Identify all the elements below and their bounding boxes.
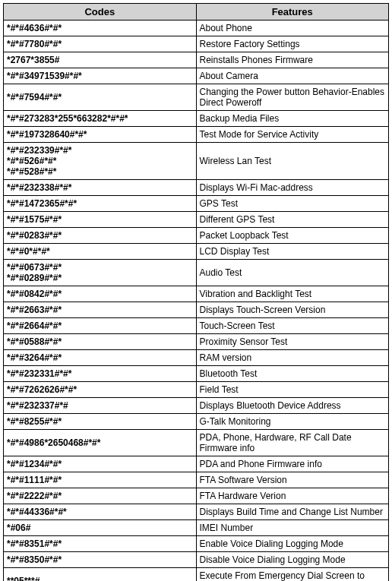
feature-cell: Backup Media Files <box>196 111 389 127</box>
code-cell: *#*#7262626#*#* <box>4 382 197 398</box>
table-row: *#*#4636#*#*About Phone <box>4 21 389 36</box>
code-cell: *#*#1472365#*#* <box>4 196 197 212</box>
code-cell: **05***# <box>4 568 197 582</box>
feature-cell: FTA Software Version <box>196 472 389 488</box>
code-cell: *#06# <box>4 520 197 536</box>
code-cell: *#*#1111#*#* <box>4 472 197 488</box>
table-row: *#*#0588#*#*Proximity Sensor Test <box>4 334 389 350</box>
feature-cell: Displays Touch-Screen Version <box>196 302 389 318</box>
header-row: Codes Features <box>4 4 389 21</box>
code-cell: *#*#8350#*#* <box>4 552 197 568</box>
feature-cell: Restore Factory Settings <box>196 36 389 52</box>
code-cell: *#*#4636#*#* <box>4 21 197 36</box>
code-cell: *#*#273283*255*663282*#*#* <box>4 111 197 127</box>
codes-table: Codes Features *#*#4636#*#*About Phone*#… <box>3 3 389 581</box>
table-row: *#*#3264#*#*RAM version <box>4 350 389 366</box>
feature-cell: Different GPS Test <box>196 212 389 228</box>
table-row: *#*#232339#*#**#*#526#*#**#*#528#*#*Wire… <box>4 143 389 180</box>
table-row: *#*#1111#*#*FTA Software Version <box>4 472 389 488</box>
code-cell: *#*#2222#*#* <box>4 488 197 504</box>
code-line: *#*#526#*#* <box>7 156 193 166</box>
feature-cell: PDA and Phone Firmware info <box>196 456 389 472</box>
table-row: *#*#2663#*#*Displays Touch-Screen Versio… <box>4 302 389 318</box>
table-row: *#*#0673#*#**#*#0289#*#*Audio Test <box>4 260 389 286</box>
table-row: *#*#1575#*#*Different GPS Test <box>4 212 389 228</box>
table-row: *#*#0*#*#*LCD Display Test <box>4 244 389 260</box>
feature-cell: Touch-Screen Test <box>196 318 389 334</box>
feature-cell: Test Mode for Service Activity <box>196 127 389 143</box>
table-row: **05***#Execute From Emergency Dial Scre… <box>4 568 389 582</box>
code-cell: *#*#197328640#*#* <box>4 127 197 143</box>
table-row: *#*#0283#*#*Packet Loopback Test <box>4 228 389 244</box>
code-cell: *#*#232331#*#* <box>4 366 197 382</box>
table-row: *#*#7262626#*#*Field Test <box>4 382 389 398</box>
table-row: *#*#8255#*#*G-Talk Monitoring <box>4 414 389 430</box>
code-cell: *#*#232337#*# <box>4 398 197 414</box>
feature-cell: LCD Display Test <box>196 244 389 260</box>
table-row: *#*#2222#*#*FTA Hardware Verion <box>4 488 389 504</box>
table-row: *#*#7780#*#*Restore Factory Settings <box>4 36 389 52</box>
code-cell: *#*#0283#*#* <box>4 228 197 244</box>
feature-cell: Field Test <box>196 382 389 398</box>
table-row: *#06#IMEI Number <box>4 520 389 536</box>
feature-cell: RAM version <box>196 350 389 366</box>
feature-cell: Displays Build Time and Change List Numb… <box>196 504 389 520</box>
table-row: *#*#232337#*#Displays Bluetooth Device A… <box>4 398 389 414</box>
code-cell: *#*#2664#*#* <box>4 318 197 334</box>
table-row: *#*#1472365#*#*GPS Test <box>4 196 389 212</box>
feature-cell: About Phone <box>196 21 389 36</box>
code-cell: *#*#8351#*#* <box>4 536 197 552</box>
code-cell: *#*#44336#*#* <box>4 504 197 520</box>
table-row: *#*#232331#*#*Bluetooth Test <box>4 366 389 382</box>
code-line: *#*#0673#*#* <box>7 262 193 273</box>
table-row: *#*#44336#*#*Displays Build Time and Cha… <box>4 504 389 520</box>
code-cell: *#*#0*#*#* <box>4 244 197 260</box>
feature-cell: Enable Voice Dialing Logging Mode <box>196 536 389 552</box>
code-cell: *#*#3264#*#* <box>4 350 197 366</box>
table-row: *#*#4986*2650468#*#*PDA, Phone, Hardware… <box>4 430 389 456</box>
feature-cell: Execute From Emergency Dial Screen to Un… <box>196 568 389 582</box>
code-cell: *#*#2663#*#* <box>4 302 197 318</box>
code-cell: *#*#0673#*#**#*#0289#*#* <box>4 260 197 286</box>
table-row: *#*#273283*255*663282*#*#*Backup Media F… <box>4 111 389 127</box>
code-line: *#*#232339#*#* <box>7 145 193 156</box>
feature-cell: Vibration and Backlight Test <box>196 286 389 302</box>
feature-cell: Displays Bluetooth Device Address <box>196 398 389 414</box>
table-row: *#*#0842#*#*Vibration and Backlight Test <box>4 286 389 302</box>
table-row: *2767*3855#Reinstalls Phones Firmware <box>4 52 389 68</box>
code-cell: *#*#8255#*#* <box>4 414 197 430</box>
table-row: *#*#8351#*#*Enable Voice Dialing Logging… <box>4 536 389 552</box>
table-row: *#*#232338#*#*Displays Wi-Fi Mac-address <box>4 180 389 196</box>
table-row: *#*#2664#*#*Touch-Screen Test <box>4 318 389 334</box>
table-row: *#*#1234#*#*PDA and Phone Firmware info <box>4 456 389 472</box>
header-codes: Codes <box>4 4 197 21</box>
feature-cell: Reinstalls Phones Firmware <box>196 52 389 68</box>
code-cell: *#*#0588#*#* <box>4 334 197 350</box>
table-row: *#*#7594#*#*Changing the Power button Be… <box>4 84 389 111</box>
code-line: *#*#528#*#* <box>7 166 193 177</box>
feature-cell: About Camera <box>196 68 389 84</box>
table-row: *#*#197328640#*#*Test Mode for Service A… <box>4 127 389 143</box>
code-cell: *#*#232339#*#**#*#526#*#**#*#528#*#* <box>4 143 197 180</box>
code-cell: *2767*3855# <box>4 52 197 68</box>
code-line: *#*#0289#*#* <box>7 273 193 283</box>
feature-cell: IMEI Number <box>196 520 389 536</box>
feature-cell: FTA Hardware Verion <box>196 488 389 504</box>
code-cell: *#*#7780#*#* <box>4 36 197 52</box>
feature-cell: Disable Voice Dialing Logging Mode <box>196 552 389 568</box>
code-cell: *#*#4986*2650468#*#* <box>4 430 197 456</box>
code-cell: *#*#7594#*#* <box>4 84 197 111</box>
table-row: *#*#34971539#*#*About Camera <box>4 68 389 84</box>
header-features: Features <box>196 4 389 21</box>
feature-cell: Bluetooth Test <box>196 366 389 382</box>
code-cell: *#*#1575#*#* <box>4 212 197 228</box>
table-row: *#*#8350#*#*Disable Voice Dialing Loggin… <box>4 552 389 568</box>
feature-cell: G-Talk Monitoring <box>196 414 389 430</box>
feature-cell: Changing the Power button Behavior-Enabl… <box>196 84 389 111</box>
code-cell: *#*#0842#*#* <box>4 286 197 302</box>
feature-cell: Displays Wi-Fi Mac-address <box>196 180 389 196</box>
feature-cell: Packet Loopback Test <box>196 228 389 244</box>
code-cell: *#*#34971539#*#* <box>4 68 197 84</box>
feature-cell: Wireless Lan Test <box>196 143 389 180</box>
code-cell: *#*#1234#*#* <box>4 456 197 472</box>
